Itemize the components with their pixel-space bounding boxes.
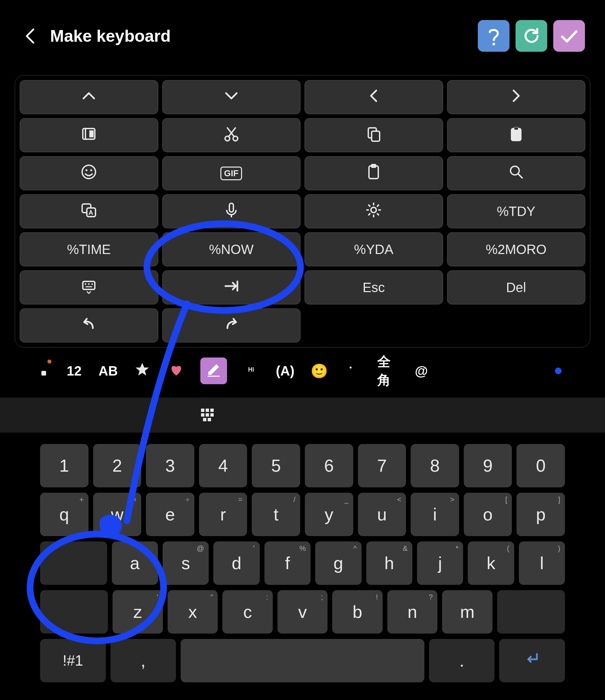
toolbar-paren[interactable]: (A) bbox=[275, 361, 295, 381]
toolbar-fullwidth[interactable]: 全角 bbox=[377, 361, 397, 381]
key-v[interactable]: ;v bbox=[277, 590, 328, 633]
key-8[interactable]: 8 bbox=[411, 444, 459, 488]
svg-rect-49 bbox=[201, 408, 204, 412]
clipboard-icon bbox=[364, 162, 383, 184]
paste-icon bbox=[507, 125, 526, 146]
panel-key-paste[interactable] bbox=[447, 118, 586, 152]
key-backspace[interactable] bbox=[497, 590, 565, 633]
key-g[interactable]: ^g bbox=[315, 542, 361, 585]
panel-key-gif[interactable]: GIF bbox=[162, 156, 301, 190]
key-e[interactable]: ÷e bbox=[146, 493, 194, 536]
toolbar-case[interactable]: AB bbox=[98, 361, 118, 381]
key-s[interactable]: @s bbox=[163, 542, 209, 585]
key-r[interactable]: =r bbox=[199, 493, 247, 536]
key-b[interactable]: !b bbox=[332, 590, 383, 633]
key-l[interactable]: )l bbox=[519, 542, 565, 585]
panel-key-now[interactable]: %NOW bbox=[162, 232, 301, 266]
key-mode[interactable]: !#1 bbox=[40, 639, 106, 682]
key-tab[interactable] bbox=[40, 542, 107, 585]
key-p[interactable]: ]p bbox=[516, 493, 565, 536]
confirm-button[interactable] bbox=[553, 20, 585, 52]
key-y[interactable]: _y bbox=[305, 493, 353, 536]
key-7[interactable]: 7 bbox=[358, 444, 406, 488]
key-x[interactable]: "x bbox=[168, 590, 218, 633]
panel-key-del[interactable]: Del bbox=[447, 270, 586, 304]
kb-action-grid[interactable] bbox=[197, 405, 217, 425]
undo-icon bbox=[17, 405, 36, 425]
toolbar-smiley[interactable]: 🙂 bbox=[309, 361, 329, 381]
key-enter[interactable] bbox=[499, 639, 565, 682]
key-c[interactable]: :c bbox=[222, 590, 273, 633]
panel-key-clipboard[interactable] bbox=[305, 156, 443, 190]
key-6[interactable]: 6 bbox=[305, 444, 353, 488]
panel-key-search[interactable] bbox=[447, 156, 586, 190]
key-a[interactable]: a bbox=[112, 542, 158, 585]
svg-point-12 bbox=[91, 169, 92, 171]
svg-rect-55 bbox=[203, 418, 206, 421]
panel-key-yda[interactable]: %YDA bbox=[305, 232, 443, 266]
key-4[interactable]: 4 bbox=[199, 444, 247, 488]
key-t[interactable]: /t bbox=[252, 493, 300, 536]
key-o[interactable]: [o bbox=[464, 493, 512, 536]
key-q[interactable]: +q bbox=[40, 493, 89, 536]
key-1[interactable]: 1 bbox=[40, 444, 89, 488]
key-comma[interactable]: , bbox=[111, 639, 176, 682]
panel-key-emoji[interactable] bbox=[20, 156, 158, 190]
toolbar-image[interactable] bbox=[343, 361, 363, 381]
key-shift[interactable] bbox=[40, 590, 108, 633]
back-button[interactable] bbox=[20, 26, 40, 46]
key-3[interactable]: 3 bbox=[146, 444, 194, 488]
panel-key-voice[interactable] bbox=[162, 194, 301, 228]
key-h[interactable]: &h bbox=[366, 542, 412, 585]
panel-key-esc[interactable]: Esc bbox=[305, 270, 443, 304]
key-period[interactable]: . bbox=[429, 639, 495, 682]
key-i[interactable]: >i bbox=[411, 493, 459, 536]
toolbar-star[interactable] bbox=[132, 361, 152, 381]
key-2[interactable]: 2 bbox=[93, 444, 142, 488]
panel-key-undo[interactable] bbox=[20, 308, 158, 343]
key-m[interactable]: m bbox=[442, 590, 492, 633]
panel-key-arrow-left[interactable] bbox=[305, 80, 443, 114]
toolbar-size[interactable]: 12 bbox=[64, 361, 84, 381]
key-n[interactable]: ?n bbox=[387, 590, 438, 633]
refresh-button[interactable] bbox=[515, 20, 547, 52]
svg-line-29 bbox=[368, 213, 370, 215]
key-u[interactable]: <u bbox=[358, 493, 406, 536]
kb-action-sync[interactable] bbox=[161, 405, 181, 425]
panel-key-settings[interactable] bbox=[305, 194, 443, 228]
svg-rect-52 bbox=[201, 413, 204, 417]
toolbar-apps[interactable] bbox=[30, 361, 50, 381]
panel-key-2moro[interactable]: %2MORO bbox=[447, 232, 586, 266]
panel-key-keyboard-mode[interactable] bbox=[20, 270, 158, 304]
panel-key-tab[interactable] bbox=[162, 270, 301, 304]
key-w[interactable]: ×w bbox=[93, 493, 142, 536]
kb-action-undo[interactable] bbox=[17, 405, 37, 425]
key-5[interactable]: 5 bbox=[252, 444, 300, 488]
key-space[interactable] bbox=[180, 639, 425, 682]
panel-key-copy[interactable] bbox=[305, 118, 443, 152]
key-f[interactable]: %f bbox=[264, 542, 311, 585]
key-j[interactable]: *j bbox=[417, 542, 463, 585]
redo-icon bbox=[222, 315, 241, 336]
toolbar-at[interactable]: @ bbox=[411, 361, 431, 381]
panel-key-arrow-right[interactable] bbox=[447, 80, 586, 114]
panel-key-translate[interactable]: A bbox=[20, 194, 158, 228]
key-9[interactable]: 9 bbox=[464, 444, 512, 488]
panel-key-select-text[interactable] bbox=[20, 118, 158, 152]
panel-key-cut[interactable] bbox=[162, 118, 301, 152]
key-0[interactable]: 0 bbox=[516, 444, 565, 488]
panel-key-redo[interactable] bbox=[162, 308, 301, 343]
toolbar-heart[interactable] bbox=[166, 361, 186, 381]
panel-key-arrow-up[interactable] bbox=[20, 80, 158, 114]
key-z[interactable]: 'z bbox=[113, 590, 163, 633]
help-button[interactable] bbox=[478, 20, 509, 52]
toolbar-edit[interactable] bbox=[200, 357, 227, 384]
svg-rect-53 bbox=[206, 413, 209, 417]
key-d[interactable]: ʻd bbox=[213, 542, 260, 585]
toolbar-hi[interactable]: Hi bbox=[241, 361, 261, 381]
key-k[interactable]: (k bbox=[468, 542, 514, 585]
panel-key-arrow-down[interactable] bbox=[162, 80, 301, 114]
panel-key-time[interactable]: %TIME bbox=[20, 232, 158, 266]
panel-key-tdy[interactable]: %TDY bbox=[447, 194, 586, 228]
grid-icon bbox=[198, 405, 216, 425]
